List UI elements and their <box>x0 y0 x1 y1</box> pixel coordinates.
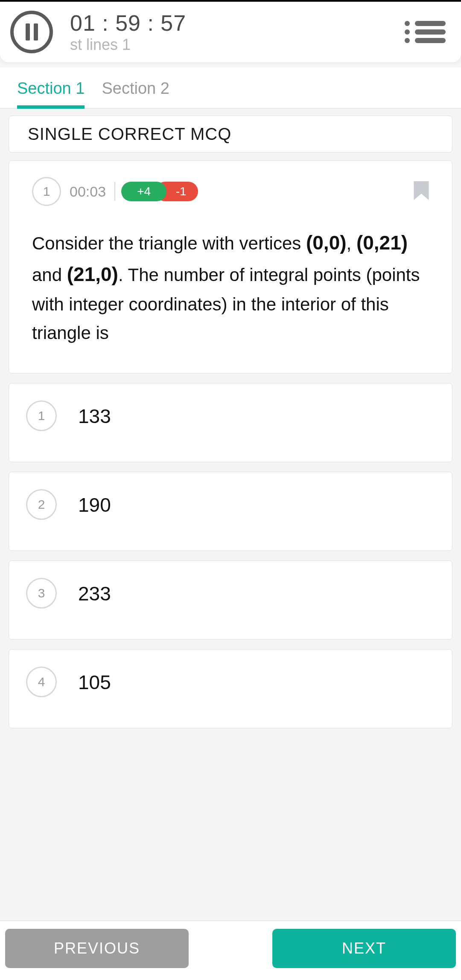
option-number: 4 <box>26 667 57 697</box>
option-number: 3 <box>26 578 57 609</box>
section-tabs: Section 1 Section 2 <box>0 67 461 109</box>
question-time: 00:03 <box>70 183 106 200</box>
option-text: 190 <box>78 493 111 516</box>
tab-section-2[interactable]: Section 2 <box>102 67 169 108</box>
content-area: SINGLE CORRECT MCQ 1 00:03 +4 -1 Conside… <box>0 109 461 735</box>
option-4[interactable]: 4 105 <box>9 649 452 728</box>
q-text-seg: , <box>347 233 356 253</box>
q-text-coord: (0,0) <box>306 232 347 254</box>
option-text: 105 <box>78 671 111 694</box>
header: 01 : 59 : 57 st lines 1 <box>0 2 461 62</box>
option-3[interactable]: 3 233 <box>9 560 452 640</box>
option-1[interactable]: 1 133 <box>9 383 452 462</box>
next-button[interactable]: NEXT <box>272 929 456 968</box>
footer-nav: PREVIOUS NEXT <box>0 920 461 980</box>
option-2[interactable]: 2 190 <box>9 472 452 551</box>
q-text-coord: (21,0) <box>67 263 118 285</box>
option-text: 233 <box>78 582 111 605</box>
question-type-label: SINGLE CORRECT MCQ <box>9 116 452 153</box>
question-text: Consider the triangle with vertices (0,0… <box>32 227 429 348</box>
question-meta: 1 00:03 +4 -1 <box>32 177 429 206</box>
previous-button[interactable]: PREVIOUS <box>5 929 189 968</box>
q-text-seg: and <box>32 265 67 285</box>
menu-icon <box>405 38 446 43</box>
option-text: 133 <box>78 405 111 428</box>
menu-icon <box>405 21 446 26</box>
timer-text: 01 : 59 : 57 <box>70 10 402 36</box>
question-card: 1 00:03 +4 -1 Consider the triangle with… <box>9 160 452 374</box>
menu-button[interactable] <box>402 15 448 49</box>
option-number: 1 <box>26 400 57 431</box>
pause-button[interactable] <box>10 11 53 53</box>
tab-section-1[interactable]: Section 1 <box>17 67 85 108</box>
meta-divider <box>114 182 115 201</box>
bookmark-button[interactable] <box>414 181 429 202</box>
timer-block: 01 : 59 : 57 st lines 1 <box>70 10 402 54</box>
positive-marks-pill: +4 <box>121 182 166 201</box>
pause-icon <box>26 23 38 41</box>
bookmark-icon <box>414 181 429 200</box>
menu-icon <box>405 29 446 35</box>
q-text-seg: Consider the triangle with vertices <box>32 233 306 253</box>
marks-pills: +4 -1 <box>121 182 198 201</box>
test-subtitle: st lines 1 <box>70 36 402 54</box>
option-number: 2 <box>26 489 57 520</box>
q-text-coord: (0,21) <box>356 232 408 254</box>
question-number: 1 <box>32 177 61 206</box>
